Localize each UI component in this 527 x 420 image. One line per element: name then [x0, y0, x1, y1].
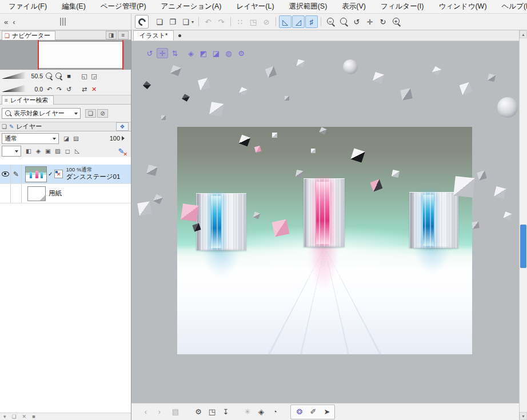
nav-reset-view-icon[interactable]: ✕ — [89, 85, 99, 94]
paper-thumbnail[interactable] — [27, 186, 46, 201]
panel-menu-icon[interactable]: ≡ — [118, 31, 129, 39]
collapse-panel-icon[interactable]: ‹ — [10, 18, 17, 26]
mask-icon[interactable]: ◻ — [63, 146, 72, 155]
new-palette-icon[interactable]: ❏ — [11, 414, 18, 419]
layer-mini-dropdown[interactable] — [2, 146, 21, 157]
layer-filter-dropdown[interactable]: 表示対象レイヤー — [2, 108, 81, 119]
ground-snap-icon[interactable]: ↧ — [219, 406, 232, 418]
scroll-up-arrow[interactable]: ▲ — [520, 30, 527, 38]
effect-icon[interactable]: ✳ — [241, 406, 254, 418]
clip-below-icon[interactable]: ◧ — [24, 146, 33, 155]
edit-target-indicator[interactable]: ✎ — [11, 165, 22, 183]
zoom-out-icon[interactable]: − — [324, 15, 337, 28]
timeline-icon[interactable]: ◔ — [269, 406, 281, 418]
trash-icon[interactable]: ✕ — [21, 414, 28, 419]
open-file-icon[interactable]: ❐ — [166, 15, 179, 28]
menu-file[interactable]: ファイル(F) — [1, 0, 54, 13]
next-page-icon[interactable]: › — [153, 406, 166, 418]
camera-roll-icon[interactable]: ◍ — [223, 48, 234, 58]
camera-orbit-icon[interactable]: ↺ — [144, 48, 155, 58]
ruler-icon[interactable]: ◺ — [73, 146, 82, 155]
subview-tab-icon[interactable]: ◨ — [106, 31, 117, 39]
scroll-down-arrow[interactable]: ▼ — [520, 412, 527, 420]
scroll-thumb[interactable] — [520, 225, 526, 268]
menu-layer[interactable]: レイヤー(L) — [229, 0, 281, 13]
3d-orbit-tool-icon[interactable]: ❂ — [293, 406, 306, 418]
object-scale-icon[interactable]: ◪ — [210, 48, 222, 58]
nav-fullscreen-icon[interactable]: ◲ — [89, 71, 99, 81]
3d-settings-icon[interactable]: ⚙ — [235, 48, 247, 58]
new-canvas-icon[interactable]: ❏ — [153, 15, 166, 28]
palette-collapse-icon[interactable]: ▾ — [2, 414, 7, 419]
menu-page-manage[interactable]: ページ管理(P) — [93, 0, 154, 13]
snap-ruler-icon[interactable]: ◺ — [279, 15, 292, 28]
undo-icon[interactable]: ↶ — [202, 15, 214, 28]
camera-dolly-icon[interactable]: ⇅ — [169, 48, 181, 58]
menu-view[interactable]: 表示(V) — [334, 0, 373, 13]
lock-alpha-icon[interactable]: ▨ — [53, 146, 62, 155]
zoom-in-icon[interactable]: + — [390, 15, 402, 28]
nav-zoom-in-icon[interactable]: + — [54, 71, 64, 81]
tab-navigator[interactable]: ❏ ナビゲーター — [2, 31, 55, 40]
tab-illustration[interactable]: イラスト* — [133, 30, 174, 41]
prev-page-icon[interactable]: ‹ — [139, 406, 152, 418]
snap-perspective-icon[interactable]: ◿ — [292, 15, 305, 28]
menu-window[interactable]: ウィンドウ(W) — [431, 0, 494, 13]
3d-material-icon[interactable]: ◈ — [255, 406, 268, 418]
merge-down-icon[interactable]: ◪ — [62, 134, 71, 143]
visibility-toggle[interactable] — [0, 184, 11, 203]
camera-pan-icon[interactable]: ✛ — [157, 48, 168, 58]
3d-operate-icon[interactable]: ⚙ — [192, 406, 205, 418]
reference-icon[interactable]: ◈ — [34, 146, 43, 155]
page-list-icon[interactable]: ▤ — [169, 406, 182, 418]
deselect-icon[interactable]: ⊘ — [260, 15, 273, 28]
rotate-cw-icon[interactable]: ↻ — [377, 15, 389, 28]
snap-grid-icon[interactable]: ♯ — [305, 15, 318, 28]
zoom-slider[interactable] — [2, 71, 26, 79]
search-settings-button[interactable]: ❏ — [85, 109, 96, 118]
menu-filter[interactable]: フィルター(I) — [373, 0, 431, 13]
layer-row-dance-stage[interactable]: ✎ ✓ ✕ 100 %通常 ダンスステージ01 — [0, 165, 131, 184]
nav-rotate-cw-icon[interactable]: ↷ — [54, 85, 64, 94]
nav-fit-icon[interactable]: ◱ — [79, 71, 89, 81]
edit-target-indicator[interactable] — [11, 184, 22, 203]
save-dropdown-arrow[interactable]: ▾ — [190, 15, 195, 28]
draw-color-pen[interactable]: ✎ ✕ — [115, 146, 127, 156]
lock-icon[interactable]: ▣ — [43, 146, 53, 155]
canvas-viewport[interactable]: ↺✛⇅◈◩◪◍⚙ — [131, 41, 519, 403]
object-rotate-icon[interactable]: ◩ — [198, 48, 209, 58]
collapse-dock-icon[interactable]: « — [2, 18, 10, 26]
clip-studio-logo-icon[interactable] — [135, 15, 149, 29]
layer-row-paper[interactable]: 用紙 — [0, 184, 131, 203]
rotation-slider[interactable] — [2, 85, 26, 92]
transform-icon[interactable]: ◳ — [247, 15, 259, 28]
tab-layer-search[interactable]: ≡ レイヤー検索 — [2, 95, 54, 105]
zoom-tool-icon[interactable] — [337, 15, 350, 28]
3d-paint-tool-icon[interactable]: ✐ — [307, 406, 320, 418]
opacity-control[interactable]: 100 — [110, 135, 127, 142]
layer-palette-button[interactable]: ❖ — [116, 122, 129, 131]
menu-edit[interactable]: 編集(E) — [54, 0, 93, 13]
redo-icon[interactable]: ↷ — [215, 15, 227, 28]
layer-thumbnail-3d[interactable] — [25, 166, 47, 182]
blend-mode-dropdown[interactable]: 通常 — [2, 133, 59, 144]
fit-object-icon[interactable]: ◳ — [206, 406, 218, 418]
menu-animation[interactable]: アニメーション(A) — [154, 0, 229, 13]
object-move-icon[interactable]: ◈ — [185, 48, 197, 58]
vertical-scrollbar[interactable]: ▲ ▼ — [519, 30, 527, 420]
rotate-ccw-icon[interactable]: ↺ — [350, 15, 363, 28]
menu-help[interactable]: ヘルプ(H) — [494, 0, 527, 13]
menu-selection[interactable]: 選択範囲(S) — [282, 0, 335, 13]
nav-flip-icon[interactable]: ⇄ — [79, 85, 89, 94]
pan-icon[interactable]: ✛ — [364, 15, 376, 28]
3d-select-tool-icon[interactable]: ➤ — [321, 406, 333, 418]
nav-zoom-100-icon[interactable]: ■ — [64, 71, 74, 81]
navigator-preview[interactable] — [0, 40, 131, 70]
visibility-toggle[interactable] — [0, 165, 11, 183]
nav-rotate-ccw-icon[interactable]: ↶ — [45, 85, 54, 94]
swatch-icon[interactable]: ■ — [31, 414, 36, 419]
dock-drag-handle[interactable] — [60, 18, 66, 26]
search-clear-button[interactable]: ⊘ — [97, 109, 108, 118]
layer-property-icon[interactable]: ▤ — [71, 134, 81, 143]
select-area-icon[interactable]: ∷ — [234, 15, 246, 28]
